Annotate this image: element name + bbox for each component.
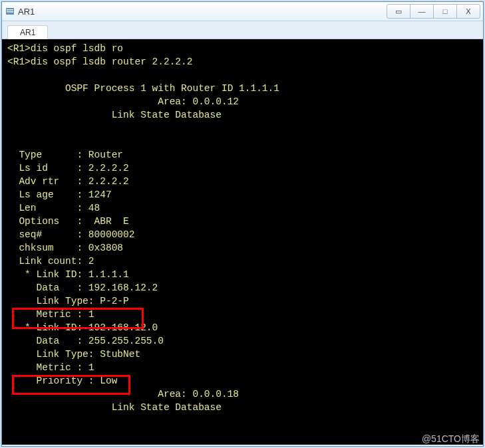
terminal-line: Link State Database xyxy=(7,402,222,413)
terminal-line: Data : 192.168.12.2 xyxy=(7,282,158,293)
terminal-line: Ls age : 1247 xyxy=(7,189,112,200)
terminal-line: OSPF Process 1 with Router ID 1.1.1.1 xyxy=(7,83,279,94)
terminal-line: Metric : 1 xyxy=(7,309,94,320)
watermark: @51CTO博客 xyxy=(422,433,480,445)
tab-ar1[interactable]: AR1 xyxy=(7,25,48,39)
terminal-line: * Link ID: 1.1.1.1 xyxy=(7,269,129,280)
maximize-button[interactable]: □ xyxy=(433,4,457,19)
terminal-line: Priority : Low xyxy=(7,376,117,386)
terminal-line: Area: 0.0.0.18 xyxy=(7,389,239,399)
svg-rect-2 xyxy=(7,11,13,13)
terminal-line: Link Type: P-2-P xyxy=(7,296,129,306)
terminal-line: Len : 48 xyxy=(7,203,100,213)
window-title: AR1 xyxy=(18,7,387,17)
window-controls: ▭ — □ X xyxy=(387,4,480,19)
title-bar: AR1 ▭ — □ X xyxy=(2,2,483,21)
terminal-line: chksum : 0x3808 xyxy=(7,243,123,253)
terminal-output[interactable]: <R1>dis ospf lsdb ro <R1>dis ospf lsdb r… xyxy=(2,39,483,445)
app-icon xyxy=(5,6,15,17)
terminal-line: Type : Router xyxy=(7,150,123,160)
terminal-line: <R1>dis ospf lsdb router 2.2.2.2 xyxy=(7,56,192,67)
terminal-line: Adv rtr : 2.2.2.2 xyxy=(7,176,129,187)
tab-bar: AR1 xyxy=(2,21,483,39)
terminal-line: Options : ABR E xyxy=(7,216,129,227)
minimize-button[interactable]: — xyxy=(410,4,434,19)
terminal-line: * Link ID: 192.168.12.0 xyxy=(7,322,158,333)
close-button[interactable]: X xyxy=(456,4,480,19)
terminal-line: Data : 255.255.255.0 xyxy=(7,336,164,346)
app-window: AR1 ▭ — □ X AR1 <R1>dis ospf lsdb ro <R1… xyxy=(1,1,484,447)
terminal-line: Link Type: StubNet xyxy=(7,349,140,360)
info-button[interactable]: ▭ xyxy=(387,4,410,19)
terminal-line: <R1>dis ospf lsdb ro xyxy=(7,43,123,54)
terminal-line: Ls id : 2.2.2.2 xyxy=(7,163,129,173)
svg-rect-1 xyxy=(7,9,13,11)
terminal-line: Link State Database xyxy=(7,110,222,120)
terminal-line: Link count: 2 xyxy=(7,256,94,267)
terminal-line: Area: 0.0.0.12 xyxy=(7,96,239,107)
terminal-line: Metric : 1 xyxy=(7,362,94,373)
terminal-line: seq# : 80000002 xyxy=(7,229,134,240)
